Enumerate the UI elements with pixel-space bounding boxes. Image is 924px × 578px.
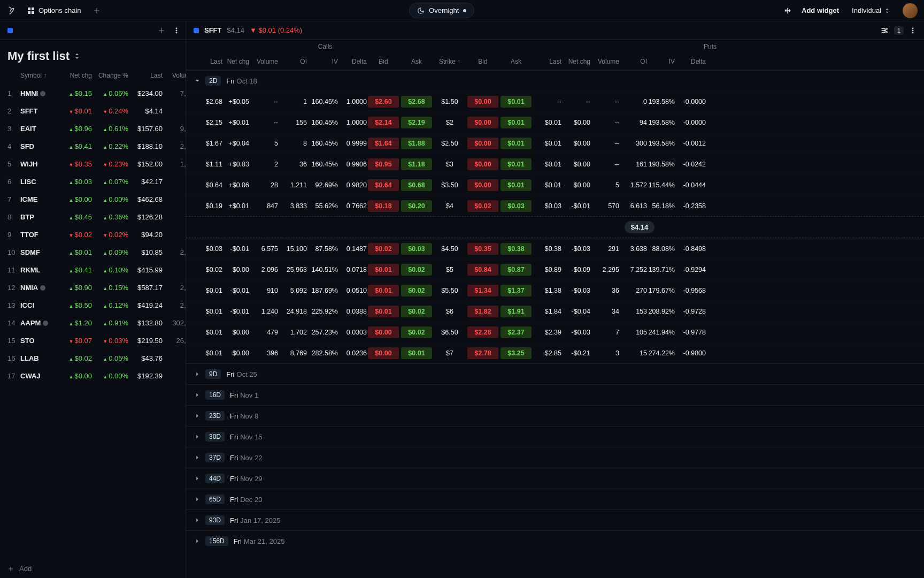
p-ask[interactable]: $0.01 bbox=[500, 117, 532, 128]
c-ask[interactable]: $0.68 bbox=[401, 179, 432, 191]
c-ask[interactable]: $0.20 bbox=[401, 200, 432, 212]
c-ask[interactable]: $0.01 bbox=[401, 347, 432, 359]
col-p-iv[interactable]: IV bbox=[647, 58, 675, 65]
p-bid[interactable]: $0.84 bbox=[467, 264, 498, 276]
p-bid[interactable]: $0.00 bbox=[467, 179, 498, 191]
chain-row[interactable]: $0.02$0.002,09625,963140.51%0.0718$0.01$… bbox=[186, 259, 924, 280]
col-strike[interactable]: Strike ↑ bbox=[433, 58, 466, 65]
c-ask[interactable]: $1.18 bbox=[401, 158, 432, 170]
market-session-pill[interactable]: Overnight bbox=[409, 3, 474, 18]
col-c-last[interactable]: Last bbox=[194, 58, 222, 65]
c-bid[interactable]: $0.01 bbox=[368, 285, 399, 296]
watchlist-row[interactable]: 10SDMF▲$0.01▲0.09%$10.852,59 bbox=[0, 244, 186, 261]
expiry-row[interactable]: 93DFriJan 17, 2025 bbox=[186, 509, 924, 530]
col-symbol[interactable]: Symbol ↑ bbox=[20, 72, 62, 79]
p-ask[interactable]: $0.01 bbox=[500, 138, 532, 149]
add-tab-icon[interactable] bbox=[93, 7, 101, 14]
col-vol[interactable]: Volume bbox=[163, 72, 186, 79]
c-ask[interactable]: $1.88 bbox=[401, 138, 432, 149]
c-ask[interactable]: $0.02 bbox=[401, 326, 432, 338]
c-bid[interactable]: $0.18 bbox=[368, 200, 399, 212]
c-bid[interactable]: $2.14 bbox=[368, 117, 399, 128]
col-net[interactable]: Net chg bbox=[62, 72, 92, 79]
p-bid[interactable]: $2.26 bbox=[467, 326, 498, 338]
col-c-oi[interactable]: OI bbox=[278, 58, 307, 65]
chain-row[interactable]: $0.01-$0.019105,092187.69%0.0510$0.01$0.… bbox=[186, 280, 924, 301]
p-ask[interactable]: $3.25 bbox=[500, 347, 532, 359]
col-c-bid[interactable]: Bid bbox=[367, 58, 400, 65]
col-p-ask[interactable]: Ask bbox=[499, 58, 533, 65]
watchlist-row[interactable]: 7ICME▲$0.00▲0.00%$462.68 bbox=[0, 191, 186, 208]
chain-row[interactable]: $1.11+$0.03236160.45%0.9906$0.95$1.18$3$… bbox=[186, 154, 924, 174]
chain-row[interactable]: $2.68+$0.05--1160.45%1.0000$2.60$2.68$1.… bbox=[186, 91, 924, 112]
watchlist-row[interactable]: 3EAIT▲$0.96▲0.61%$157.609,78 bbox=[0, 120, 186, 138]
c-ask[interactable]: $2.19 bbox=[401, 117, 432, 128]
c-ask[interactable]: $0.02 bbox=[401, 264, 432, 276]
col-p-vol[interactable]: Volume bbox=[590, 58, 619, 65]
p-ask[interactable]: $0.01 bbox=[500, 96, 532, 108]
p-bid[interactable]: $0.00 bbox=[467, 96, 498, 108]
watchlist-row[interactable]: 17CWAJ▲$0.00▲0.00%$192.39 bbox=[0, 367, 186, 385]
expiry-row[interactable]: 30DFriNov 15 bbox=[186, 426, 924, 447]
col-p-last[interactable]: Last bbox=[533, 58, 561, 65]
watchlist-row[interactable]: 9TTOF▼$0.02▼0.02%$94.2042 bbox=[0, 226, 186, 244]
watchlist-title[interactable]: My first list bbox=[0, 40, 186, 69]
expiry-row[interactable]: 37DFriNov 22 bbox=[186, 447, 924, 468]
watchlist-row[interactable]: 2SFFT▼$0.01▼0.24%$4.14 bbox=[0, 102, 186, 120]
col-p-bid[interactable]: Bid bbox=[466, 58, 499, 65]
col-c-delta[interactable]: Delta bbox=[338, 58, 367, 65]
chain-row[interactable]: $0.01$0.003968,769282.58%0.0236$0.00$0.0… bbox=[186, 343, 924, 363]
p-bid[interactable]: $1.82 bbox=[467, 306, 498, 317]
watchlist-row[interactable]: 13ICCI▲$0.50▲0.12%$419.242,09 bbox=[0, 296, 186, 314]
col-p-oi[interactable]: OI bbox=[619, 58, 647, 65]
p-ask[interactable]: $2.37 bbox=[500, 326, 532, 338]
chain-symbol[interactable]: SFFT bbox=[204, 26, 222, 34]
chain-row[interactable]: $0.01-$0.011,24024,918225.92%0.0388$0.01… bbox=[186, 301, 924, 322]
watchlist-row[interactable]: 5WIJH▼$0.35▼0.23%$152.001,38 bbox=[0, 155, 186, 173]
watchlist-row[interactable]: 16LLAB▲$0.02▲0.05%$43.76 bbox=[0, 349, 186, 367]
c-ask[interactable]: $0.03 bbox=[401, 243, 432, 255]
expiry-row[interactable]: 65DFriDec 20 bbox=[186, 489, 924, 509]
p-ask[interactable]: $0.38 bbox=[500, 243, 532, 255]
col-p-net[interactable]: Net chg bbox=[561, 58, 590, 65]
watchlist-row[interactable]: 6LISC▲$0.03▲0.07%$42.1710 bbox=[0, 173, 186, 191]
col-p-delta[interactable]: Delta bbox=[675, 58, 706, 65]
p-bid[interactable]: $0.00 bbox=[467, 117, 498, 128]
p-bid[interactable]: $0.00 bbox=[467, 158, 498, 170]
watchlist-add-icon[interactable] bbox=[158, 27, 165, 34]
p-ask[interactable]: $1.37 bbox=[500, 285, 532, 296]
p-ask[interactable]: $0.03 bbox=[500, 200, 532, 212]
col-last[interactable]: Last bbox=[128, 72, 163, 79]
chain-row[interactable]: $2.15+$0.01--155160.45%1.0000$2.14$2.19$… bbox=[186, 112, 924, 133]
p-bid[interactable]: $0.02 bbox=[467, 200, 498, 212]
expiry-row[interactable]: 9DFriOct 25 bbox=[186, 363, 924, 384]
p-ask[interactable]: $0.01 bbox=[500, 158, 532, 170]
add-widget-button[interactable]: Add widget bbox=[802, 6, 839, 14]
col-pct[interactable]: Change % bbox=[92, 72, 128, 79]
c-bid[interactable]: $0.00 bbox=[368, 347, 399, 359]
c-bid[interactable]: $1.64 bbox=[368, 138, 399, 149]
expiry-row[interactable]: 44DFriNov 29 bbox=[186, 468, 924, 489]
c-bid[interactable]: $0.64 bbox=[368, 179, 399, 191]
c-ask[interactable]: $0.02 bbox=[401, 285, 432, 296]
watchlist-row[interactable]: 1HMNI▲$0.15▲0.06%$234.007,92 bbox=[0, 85, 186, 102]
expiry-row[interactable]: 23DFriNov 8 bbox=[186, 405, 924, 426]
c-bid[interactable]: $0.01 bbox=[368, 264, 399, 276]
watchlist-menu-icon[interactable] bbox=[173, 27, 180, 34]
col-c-ask[interactable]: Ask bbox=[400, 58, 433, 65]
chain-row[interactable]: $0.01$0.004791,702257.23%0.0303$0.00$0.0… bbox=[186, 322, 924, 343]
c-bid[interactable]: $0.95 bbox=[368, 158, 399, 170]
c-ask[interactable]: $2.68 bbox=[401, 96, 432, 108]
p-ask[interactable]: $1.91 bbox=[500, 306, 532, 317]
workspace-tab[interactable]: Options chain bbox=[22, 4, 87, 17]
c-bid[interactable]: $0.02 bbox=[368, 243, 399, 255]
p-bid[interactable]: $0.00 bbox=[467, 138, 498, 149]
watchlist-row[interactable]: 15STO▼$0.07▼0.03%$219.5026,23 bbox=[0, 332, 186, 349]
chain-row[interactable]: $1.67+$0.0458160.45%0.9999$1.64$1.88$2.5… bbox=[186, 133, 924, 154]
expiry-row[interactable]: 156DFriMar 21, 2025 bbox=[186, 530, 924, 551]
watchlist-row[interactable]: 8BTP▲$0.45▲0.36%$126.2814 bbox=[0, 208, 186, 226]
chain-row[interactable]: $0.03-$0.016,57515,10087.58%0.1487$0.02$… bbox=[186, 238, 924, 259]
settings-icon[interactable] bbox=[880, 26, 889, 35]
watchlist-row[interactable]: 12NMIA▲$0.90▲0.15%$587.172,50 bbox=[0, 279, 186, 296]
p-bid[interactable]: $0.35 bbox=[467, 243, 498, 255]
